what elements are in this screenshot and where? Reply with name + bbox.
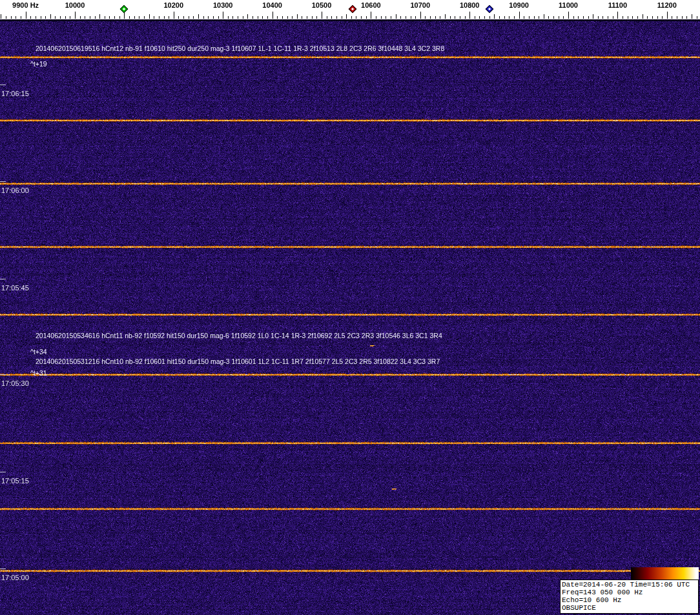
ruler-label-11100: 11100 bbox=[608, 1, 627, 9]
ruler-label-10900: 10900 bbox=[509, 1, 529, 9]
ruler-label-11000: 11000 bbox=[559, 1, 578, 9]
time-label: 17:06:15 bbox=[1, 90, 29, 97]
spectrogram-canvas bbox=[0, 19, 700, 615]
spectrogram-display: 17:06:1517:06:0017:05:4517:05:3017:05:15… bbox=[0, 19, 700, 615]
time-tick bbox=[0, 279, 6, 279]
annotation-detection: 20140620150534616 hCnt11 nb-92 f10592 hi… bbox=[36, 332, 442, 339]
time-tick bbox=[0, 472, 6, 472]
spectrogram-window: 9900 Hz100001020010300104001050010600107… bbox=[0, 0, 700, 615]
annotation-detection: 20140620150619516 hCnt12 nb-91 f10610 hi… bbox=[36, 45, 444, 52]
ruler-label-10600: 10600 bbox=[361, 1, 381, 9]
time-label: 17:05:15 bbox=[1, 477, 29, 485]
time-label: 17:05:45 bbox=[1, 284, 29, 292]
ruler-label-10200: 10200 bbox=[164, 1, 184, 9]
info-box: Date=2014-06-20 Time=15:06 UTC Freq=143 … bbox=[560, 580, 699, 614]
time-tick bbox=[0, 85, 6, 85]
ruler-label-10800: 10800 bbox=[460, 1, 480, 9]
db-gradient bbox=[631, 567, 699, 580]
ruler-label-11200: 11200 bbox=[657, 1, 677, 9]
time-label: 17:05:00 bbox=[1, 574, 29, 581]
time-label: 17:06:00 bbox=[1, 187, 29, 194]
ruler-label-10700: 10700 bbox=[411, 1, 431, 9]
ruler-label-10000: 10000 bbox=[65, 1, 85, 9]
info-echo-line: Echo=10 600 Hz bbox=[562, 596, 697, 604]
ruler-label-10400: 10400 bbox=[262, 1, 282, 9]
ruler-label-9900: 9900 Hz bbox=[12, 1, 39, 9]
time-tick bbox=[0, 374, 6, 375]
ruler-label-10500: 10500 bbox=[312, 1, 332, 9]
time-label: 17:05:30 bbox=[1, 379, 29, 387]
info-freq-line: Freq=143 050 000 Hz bbox=[562, 589, 697, 596]
annotation-time-offset: ^t+34 bbox=[30, 348, 47, 356]
info-date-line: Date=2014-06-20 Time=15:06 UTC bbox=[562, 581, 697, 589]
time-tick bbox=[0, 569, 6, 569]
time-tick bbox=[0, 181, 6, 182]
annotation-detection: 20140620150531216 hCnt10 nb-92 f10601 hi… bbox=[36, 358, 440, 365]
info-station-line: OBSUPICE bbox=[562, 604, 697, 612]
frequency-ruler: 9900 Hz100001020010300104001050010600107… bbox=[0, 0, 700, 19]
annotation-time-offset: ^t+19 bbox=[30, 60, 47, 68]
annotation-time-offset: ^t+31 bbox=[30, 369, 47, 377]
ruler-label-10300: 10300 bbox=[213, 1, 233, 9]
